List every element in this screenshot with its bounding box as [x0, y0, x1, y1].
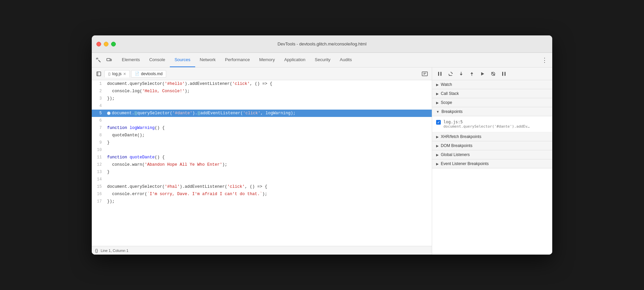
format-icon: {}	[95, 248, 98, 253]
status-bar: {} Line 1, Column 1	[92, 246, 432, 255]
callstack-section-header[interactable]: ▶ Call Stack	[432, 89, 552, 98]
svg-rect-1	[110, 59, 111, 61]
watch-section-header[interactable]: ▶ Watch	[432, 80, 552, 89]
code-line-7: 7 function logWarning() {	[92, 124, 432, 132]
pause-on-exceptions-button[interactable]	[500, 69, 508, 78]
code-line-15: 15 document.querySelector('#hal').addEve…	[92, 183, 432, 190]
editor-toolbar-right	[420, 69, 429, 78]
file-tab-devtoolsmd[interactable]: 📄 devtools.md	[131, 70, 167, 78]
editor-panel: {} log.js × 📄 devtools.md	[92, 67, 432, 255]
global-arrow-icon: ▶	[436, 153, 439, 157]
code-line-16: 16 console.error(`I'm sorry, Dave. I'm a…	[92, 190, 432, 198]
format-code-icon[interactable]	[420, 69, 429, 78]
svg-rect-19	[505, 72, 506, 76]
watch-arrow-icon: ▶	[436, 83, 439, 87]
breakpoint-details: log.js:5 document.querySelector('#dante'…	[443, 120, 530, 129]
svg-marker-9	[451, 73, 453, 74]
tabbar-left-icons	[94, 53, 117, 67]
maximize-button[interactable]	[111, 42, 116, 46]
traffic-lights	[96, 42, 116, 46]
svg-rect-18	[502, 72, 503, 76]
js-file-icon: {}	[108, 72, 110, 76]
scope-section-header[interactable]: ▶ Scope	[432, 98, 552, 107]
tab-elements[interactable]: Elements	[117, 53, 144, 67]
main-content: {} log.js × 📄 devtools.md	[92, 67, 552, 255]
tab-security[interactable]: Security	[310, 53, 335, 67]
step-into-button[interactable]	[457, 69, 465, 78]
code-line-12: 12 console.warn('Abandon Hope All Ye Who…	[92, 161, 432, 168]
breakpoints-section-header[interactable]: ▼ Breakpoints	[432, 107, 552, 116]
dom-arrow-icon: ▶	[436, 144, 439, 148]
titlebar: DevTools - devtools.glitch.me/console/lo…	[92, 35, 552, 53]
tab-network[interactable]: Network	[195, 53, 221, 67]
code-line-17: 17 });	[92, 198, 432, 205]
svg-rect-8	[440, 72, 441, 76]
debugger-sections: ▶ Watch ▶ Call Stack ▶ Scope ▼	[432, 80, 552, 255]
code-line-8: 8 quoteDante();	[92, 132, 432, 139]
breakpoint-item: log.js:5 document.querySelector('#dante'…	[436, 118, 548, 130]
code-line-2: 2 console.log('Hello, Console!');	[92, 88, 432, 95]
svg-marker-11	[460, 74, 462, 76]
code-line-13: 13 }	[92, 168, 432, 176]
code-line-11: 11 function quoteDante() {	[92, 154, 432, 161]
more-options-button[interactable]: ⋮	[539, 56, 550, 64]
scope-arrow-icon: ▶	[436, 101, 439, 105]
event-section-header[interactable]: ▶ Event Listener Breakpoints	[432, 159, 552, 168]
step-button[interactable]	[478, 69, 487, 78]
close-button[interactable]	[96, 42, 101, 46]
code-line-5: 5 document.querySelector('#dante').addEv…	[92, 110, 432, 117]
debugger-toolbar	[432, 67, 552, 80]
dom-section-header[interactable]: ▶ DOM Breakpoints	[432, 141, 552, 150]
editor-toolbar: {} log.js × 📄 devtools.md	[92, 67, 432, 80]
tab-audits[interactable]: Audits	[335, 53, 356, 67]
deactivate-breakpoints-button[interactable]	[489, 69, 498, 78]
breakpoints-content: log.js:5 document.querySelector('#dante'…	[432, 116, 552, 132]
svg-marker-14	[481, 72, 484, 76]
toggle-sidebar-icon[interactable]	[94, 69, 103, 78]
tab-memory[interactable]: Memory	[255, 53, 280, 67]
event-arrow-icon: ▶	[436, 162, 439, 166]
svg-rect-4	[422, 72, 427, 76]
tab-performance[interactable]: Performance	[220, 53, 254, 67]
code-line-3: 3 });	[92, 95, 432, 102]
inspect-element-icon[interactable]	[94, 55, 103, 65]
step-out-button[interactable]	[467, 69, 476, 78]
cursor-position: Line 1, Column 1	[101, 249, 128, 253]
breakpoint-location: log.js:5	[443, 120, 530, 124]
code-lines: 1 document.querySelector('#hello').addEv…	[92, 80, 432, 205]
code-line-1: 1 document.querySelector('#hello').addEv…	[92, 80, 432, 88]
tab-application[interactable]: Application	[280, 53, 310, 67]
main-tabs: Elements Console Sources Network Perform…	[117, 53, 536, 67]
xhr-section-header[interactable]: ▶ XHR/fetch Breakpoints	[432, 132, 552, 141]
svg-rect-0	[107, 58, 110, 61]
tabbar-right: ⋮	[536, 53, 550, 67]
callstack-arrow-icon: ▶	[436, 92, 439, 96]
svg-rect-2	[97, 72, 101, 76]
code-line-10: 10	[92, 146, 432, 154]
md-file-icon: 📄	[135, 71, 139, 76]
code-editor[interactable]: 1 document.querySelector('#hello').addEv…	[92, 80, 432, 246]
breakpoints-section: ▼ Breakpoints log.js:5 document.querySel…	[432, 107, 552, 132]
step-over-button[interactable]	[446, 69, 455, 78]
tab-sources[interactable]: Sources	[170, 53, 195, 67]
device-toolbar-icon[interactable]	[104, 55, 114, 65]
pause-resume-button[interactable]	[435, 69, 444, 78]
minimize-button[interactable]	[104, 42, 108, 46]
breakpoint-checkbox[interactable]	[436, 120, 441, 125]
xhr-arrow-icon: ▶	[436, 135, 439, 139]
global-section-header[interactable]: ▶ Global Listeners	[432, 150, 552, 159]
code-line-9: 9 }	[92, 139, 432, 146]
close-file-tab[interactable]: ×	[123, 71, 126, 76]
code-line-4: 4	[92, 102, 432, 110]
code-line-6: 6	[92, 117, 432, 124]
file-tab-logjs[interactable]: {} log.js ×	[104, 70, 130, 78]
breakpoints-arrow-icon: ▼	[436, 110, 439, 114]
tab-console[interactable]: Console	[144, 53, 170, 67]
window-title: DevTools - devtools.glitch.me/console/lo…	[278, 41, 367, 46]
right-panel: ▶ Watch ▶ Call Stack ▶ Scope ▼	[432, 67, 552, 255]
svg-rect-7	[438, 72, 439, 76]
tab-bar: Elements Console Sources Network Perform…	[92, 53, 552, 67]
devtools-window: DevTools - devtools.glitch.me/console/lo…	[92, 35, 552, 255]
svg-marker-13	[470, 72, 473, 74]
breakpoint-code-preview: document.querySelector('#dante').addEv…	[443, 124, 530, 129]
